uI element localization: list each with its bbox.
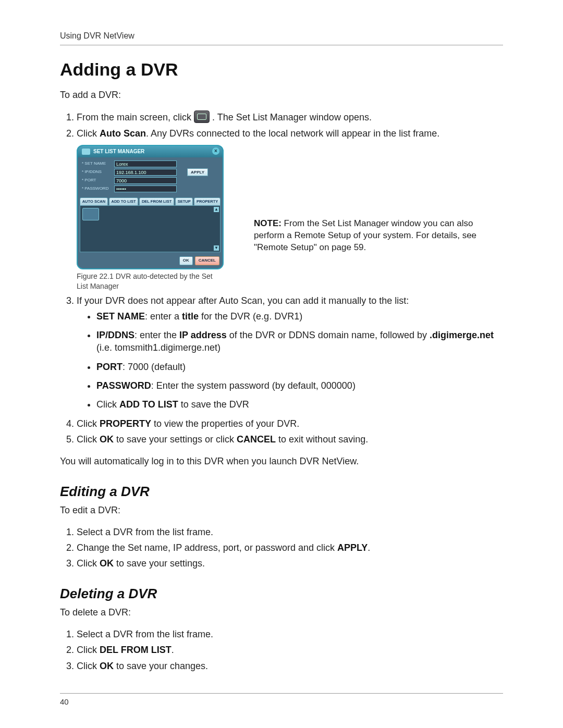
step4-a: Click (77, 418, 100, 429)
del-step-2: Click DEL FROM LIST. (77, 644, 503, 656)
step-1-text-a: From the main screen, click (77, 112, 194, 122)
bullet-setname-b: for the DVR (e.g. DVR1) (199, 311, 302, 322)
set-list-manager-icon (194, 110, 210, 123)
step-2-a: Click (77, 128, 100, 139)
bullet-port-bold: PORT (96, 362, 123, 372)
del-s3-bold: OK (100, 661, 114, 671)
del-s3-b: to save your changes. (114, 661, 208, 671)
edit-step-3: Click OK to save your settings. (77, 557, 503, 570)
edit-dvr-steps: Select a DVR from the list frame. Change… (60, 526, 503, 570)
bullet-ip-c: (i.e. tomsmith1.digimerge.net) (96, 342, 221, 353)
bullet-ip-addr: IP address (179, 330, 227, 340)
label-setname: * SET NAME (82, 161, 114, 167)
footer-rule (60, 693, 503, 694)
step5-c: to exit without saving. (276, 434, 368, 445)
figure-caption: Figure 22.1 DVR auto-detected by the Set… (77, 272, 223, 291)
bullet-setname-bold: SET NAME (96, 311, 145, 322)
heading-adding-a-dvr: Adding a DVR (60, 58, 503, 82)
slm-tab-row: AUTO SCAN ADD TO LIST DEL FROM LIST SETU… (78, 198, 223, 205)
input-ipddns[interactable]: 192.168.1.100 (114, 169, 177, 176)
step-4: Click PROPERTY to view the properties of… (77, 417, 503, 430)
figure-column: SET LIST MANAGER × * SET NAME Lorex * IP… (77, 145, 223, 291)
set-list-manager-window: SET LIST MANAGER × * SET NAME Lorex * IP… (77, 145, 224, 269)
del-s3-a: Click (77, 661, 100, 671)
slm-footer: OK CANCEL (78, 254, 223, 268)
slm-title-text: SET LIST MANAGER (93, 148, 144, 155)
del-step-3: Click OK to save your changes. (77, 660, 503, 672)
tab-del-from-list[interactable]: DEL FROM LIST (139, 198, 174, 205)
scroll-up-icon[interactable]: ▲ (214, 207, 219, 212)
del-s2-bold: DEL FROM LIST (100, 645, 172, 655)
figure-note-row: SET LIST MANAGER × * SET NAME Lorex * IP… (77, 145, 503, 291)
bullet-ip-a: : enter the (134, 330, 179, 340)
step-1-text-b: . The Set List Manager window opens. (212, 112, 372, 122)
step5-bold1: OK (100, 434, 114, 445)
edit-s3-bold: OK (100, 558, 114, 569)
bullet-addlist-a: Click (96, 399, 119, 410)
step-3-intro: If your DVR does not appear after Auto S… (77, 295, 409, 306)
step-5: Click OK to save your settings or click … (77, 433, 503, 446)
heading-deleting-a-dvr: Deleting a DVR (60, 585, 503, 603)
step-2-bold: Auto Scan (100, 128, 146, 139)
note-label: NOTE: (254, 218, 282, 228)
step-3-bullets: SET NAME: enter a title for the DVR (e.g… (77, 310, 503, 411)
bullet-setname: SET NAME: enter a title for the DVR (e.g… (96, 310, 503, 323)
heading-editing-a-dvr: Editing a DVR (60, 483, 503, 501)
step-1: From the main screen, click . The Set Li… (77, 111, 503, 124)
del-step-1: Select a DVR from the list frame. (77, 628, 503, 640)
slm-form: * SET NAME Lorex * IP/DDNS 192.168.1.100… (78, 157, 223, 198)
label-port: * PORT (82, 178, 114, 183)
bullet-ip-b: of the DVR or DDNS domain name, followed… (227, 330, 430, 340)
del-s2-b: . (172, 645, 174, 655)
slm-list-pane: ▲ ▼ (80, 205, 221, 252)
add-dvr-intro: To add a DVR: (60, 89, 503, 101)
edit-s3-a: Click (77, 558, 100, 569)
close-icon[interactable]: × (212, 147, 219, 155)
edit-step-1: Select a DVR from the list frame. (77, 526, 503, 538)
bullet-ip-domain: .digimerge.net (430, 330, 494, 340)
bullet-port-txt: : 7000 (default) (123, 362, 186, 372)
edit-step-2: Change the Set name, IP address, port, o… (77, 541, 503, 554)
step-3: If your DVR does not appear after Auto S… (77, 294, 503, 411)
manual-page: Using DVR NetView Adding a DVR To add a … (0, 0, 563, 728)
tab-setup[interactable]: SETUP (175, 198, 193, 205)
del-dvr-intro: To delete a DVR: (60, 606, 503, 619)
bullet-pass-txt: : Enter the system password (by default,… (151, 380, 356, 391)
note-column: NOTE: From the Set List Manager window y… (254, 145, 503, 291)
step4-bold: PROPERTY (100, 418, 151, 429)
header-rule (60, 45, 503, 45)
slm-titlebar: SET LIST MANAGER × (78, 146, 223, 157)
label-ipddns: * IP/DDNS (82, 169, 114, 175)
bullet-addlist-bold: ADD TO LIST (119, 399, 178, 410)
tab-add-to-list[interactable]: ADD TO LIST (109, 198, 138, 205)
ok-button[interactable]: OK (179, 256, 193, 265)
page-footer: 40 (60, 693, 503, 707)
cancel-button[interactable]: CANCEL (195, 256, 219, 265)
bullet-password: PASSWORD: Enter the system password (by … (96, 379, 503, 392)
step5-a: Click (77, 434, 100, 445)
tab-auto-scan[interactable]: AUTO SCAN (80, 198, 108, 205)
del-dvr-steps: Select a DVR from the list frame. Click … (60, 628, 503, 672)
edit-s2-a: Change the Set name, IP address, port, o… (77, 542, 337, 553)
tab-property[interactable]: PROPERTY (194, 198, 221, 205)
step-2-b: . Any DVRs connected to the local networ… (146, 128, 439, 139)
input-setname[interactable]: Lorex (114, 161, 177, 167)
note-text: From the Set List Manager window you can… (254, 218, 476, 252)
step4-b: to view the properties of your DVR. (151, 418, 299, 429)
edit-s2-b: . (368, 542, 370, 553)
dvr-thumbnail-icon[interactable] (82, 208, 99, 220)
label-password: * PASSWORD (82, 186, 114, 192)
input-port[interactable]: 7000 (114, 177, 177, 184)
running-header: Using DVR NetView (60, 30, 503, 42)
bullet-setname-title: title (182, 311, 199, 322)
edit-dvr-intro: To edit a DVR: (60, 504, 503, 516)
bullet-addtolist: Click ADD TO LIST to save the DVR (96, 398, 503, 411)
bullet-ipddns: IP/DDNS: enter the IP address of the DVR… (96, 329, 503, 354)
slm-logo-icon (82, 149, 90, 155)
input-password[interactable]: •••••• (114, 186, 177, 192)
step5-bold2: CANCEL (237, 434, 276, 445)
bullet-port: PORT: 7000 (default) (96, 361, 503, 373)
edit-s3-b: to save your settings. (114, 558, 205, 569)
scroll-down-icon[interactable]: ▼ (214, 245, 219, 251)
apply-button[interactable]: APPLY (187, 168, 208, 176)
